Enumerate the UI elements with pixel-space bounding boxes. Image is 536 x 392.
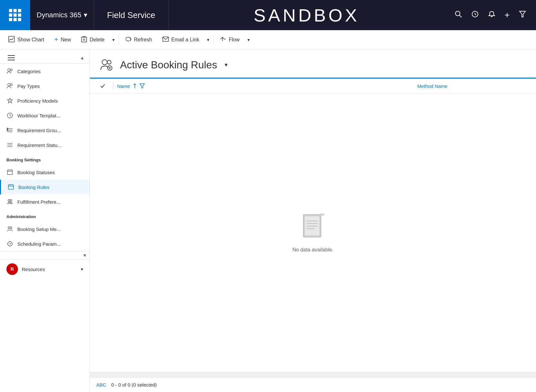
refresh-icon <box>125 36 132 44</box>
avatar: R <box>6 263 18 275</box>
req-group-label: Requirement Grou... <box>17 128 61 133</box>
hamburger-menu[interactable] <box>3 52 20 64</box>
content-area: Active Booking Rules ▾ Name <box>90 49 536 392</box>
email-link-button[interactable]: Email a Link <box>157 30 204 49</box>
email-icon <box>162 37 169 43</box>
dynamics-brand[interactable]: Dynamics 365 ▾ <box>30 0 94 30</box>
page-title: Active Booking Rules <box>120 59 217 71</box>
delete-chevron[interactable]: ▾ <box>110 30 117 49</box>
resources-chevron: ▾ <box>81 267 83 272</box>
horizontal-scrollbar[interactable] <box>90 372 536 377</box>
new-label: New <box>61 37 71 43</box>
app-launcher[interactable] <box>0 0 30 30</box>
sidebar-item-req-group[interactable]: Requirement Grou... <box>0 123 90 138</box>
sidebar-item-proficiency[interactable]: Proficiency Models <box>0 93 90 108</box>
sandbox-title: SANDBOX <box>169 5 445 26</box>
sidebar-item-req-status[interactable]: Requirement Statu... <box>0 138 90 152</box>
svg-point-22 <box>7 130 8 131</box>
categories-label: Categories <box>17 69 41 74</box>
pay-types-label: Pay Types <box>17 83 40 89</box>
workhour-icon <box>6 112 13 119</box>
proficiency-icon <box>6 97 13 104</box>
svg-point-45 <box>107 60 111 64</box>
svg-rect-4 <box>9 36 14 42</box>
svg-point-38 <box>10 227 12 229</box>
svg-point-14 <box>8 83 10 86</box>
sidebar-item-scheduling[interactable]: Scheduling Param... <box>0 236 90 251</box>
svg-rect-5 <box>82 37 87 42</box>
sidebar-item-booking-setup[interactable]: Booking Setup Me... <box>0 222 90 236</box>
search-icon[interactable] <box>454 10 462 20</box>
svg-rect-30 <box>8 185 13 189</box>
page-icon <box>99 57 115 72</box>
sidebar-item-booking-rules[interactable]: Booking Rules <box>0 180 90 194</box>
empty-state: No data available. <box>90 94 536 372</box>
flow-icon <box>220 36 226 44</box>
svg-marker-50 <box>140 84 144 88</box>
req-status-icon <box>6 141 13 149</box>
svg-point-13 <box>10 69 12 71</box>
sidebar-item-pay-types[interactable]: Pay Types <box>0 79 90 93</box>
sidebar-item-categories[interactable]: Categories <box>0 64 90 79</box>
svg-marker-16 <box>7 98 13 103</box>
abc-button[interactable]: ABC <box>96 382 106 388</box>
resources-label: Resources <box>22 267 45 272</box>
field-service-label: Field Service <box>94 0 168 30</box>
notification-icon[interactable] <box>488 10 496 20</box>
booking-rules-icon <box>7 183 14 191</box>
workhour-label: Workhour Templat... <box>17 113 60 118</box>
delete-button[interactable]: Delete <box>76 30 109 49</box>
col-method-header[interactable]: Method Name <box>417 83 530 89</box>
pay-types-icon <box>6 82 13 89</box>
main-layout: ▲ Categories Pay Types <box>0 49 536 392</box>
administration-header: Administration <box>0 209 90 222</box>
email-link-label: Email a Link <box>171 37 199 43</box>
refresh-label: Refresh <box>134 37 152 43</box>
req-status-label: Requirement Statu... <box>17 142 62 148</box>
booking-settings-header: Booking Settings <box>0 152 90 165</box>
sidebar-item-workhour[interactable]: Workhour Templat... <box>0 108 90 123</box>
show-chart-icon <box>8 36 15 44</box>
booking-statuses-label: Booking Statuses <box>17 170 55 175</box>
col-name-header[interactable]: Name <box>117 83 417 89</box>
sidebar-item-fulfillment[interactable]: Fulfillment Prefere... <box>0 194 90 209</box>
settings-icon[interactable] <box>471 10 479 20</box>
flow-chevron[interactable]: ▾ <box>245 30 252 49</box>
page-title-chevron[interactable]: ▾ <box>225 61 228 68</box>
email-chevron[interactable]: ▾ <box>204 30 212 49</box>
fulfillment-icon <box>6 198 13 205</box>
proficiency-label: Proficiency Models <box>17 98 58 104</box>
add-icon[interactable]: + <box>505 10 510 20</box>
select-all-check[interactable] <box>96 83 109 89</box>
refresh-button[interactable]: Refresh <box>120 30 157 49</box>
booking-rules-label: Booking Rules <box>18 184 49 190</box>
pagination: ABC 0 - 0 of 0 (0 selected) <box>90 377 536 392</box>
booking-setup-label: Booking Setup Me... <box>17 226 61 232</box>
new-icon: + <box>55 36 58 43</box>
table-header-row: Name Method Name <box>90 78 536 94</box>
categories-icon <box>6 68 13 75</box>
sidebar-item-booking-statuses[interactable]: Booking Statuses <box>0 165 90 180</box>
svg-point-21 <box>7 128 8 129</box>
fulfillment-label: Fulfillment Prefere... <box>17 199 60 205</box>
sidebar-footer[interactable]: R Resources ▾ <box>0 259 90 279</box>
top-nav-icons: + <box>445 10 536 20</box>
dynamics-chevron[interactable]: ▾ <box>84 11 87 19</box>
scheduling-icon <box>6 240 13 247</box>
empty-icon <box>300 213 326 242</box>
scheduling-label: Scheduling Param... <box>17 241 61 247</box>
show-chart-button[interactable]: Show Chart <box>3 30 49 49</box>
sidebar-scroll-down[interactable]: ▼ <box>0 251 90 259</box>
svg-rect-11 <box>163 37 169 41</box>
sidebar-scroll-up[interactable]: ▲ <box>77 53 87 63</box>
pagination-info: 0 - 0 of 0 (0 selected) <box>111 382 157 388</box>
toolbar: Show Chart + New Delete ▾ Refresh <box>0 30 536 49</box>
svg-marker-3 <box>520 11 525 17</box>
new-button[interactable]: + New <box>49 30 76 49</box>
delete-label: Delete <box>90 37 104 43</box>
svg-rect-26 <box>7 170 13 175</box>
dynamics-label: Dynamics 365 <box>37 11 81 19</box>
empty-text: No data available. <box>292 247 333 253</box>
flow-button[interactable]: Flow <box>215 30 245 49</box>
filter-icon[interactable] <box>519 10 526 20</box>
